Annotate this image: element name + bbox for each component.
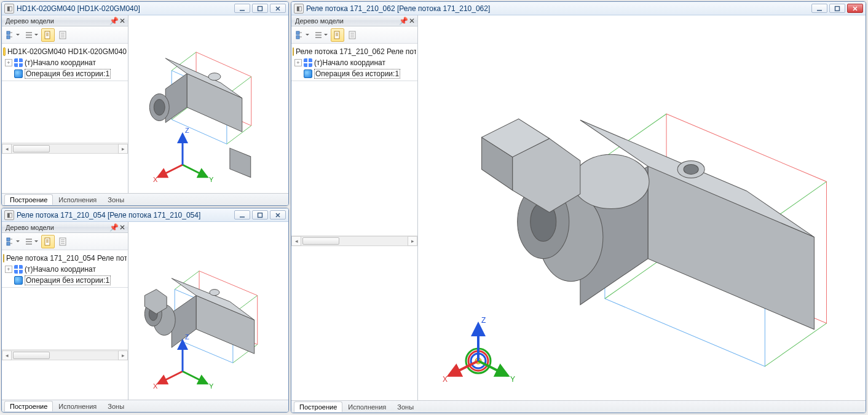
tool-tree-icon[interactable]: [4, 28, 22, 42]
tool-tree-icon[interactable]: [294, 28, 311, 42]
panel-close-icon[interactable]: ✕: [118, 17, 127, 25]
svg-rect-18: [45, 238, 50, 245]
scroll-right-icon[interactable]: ▸: [408, 236, 417, 246]
panel-close-icon[interactable]: ✕: [408, 17, 416, 25]
tree-origin[interactable]: +(т)Начало координат: [293, 57, 416, 68]
window-title: Реле потока 171_210_062 [Реле потока 171…: [306, 4, 811, 13]
viewport-3d[interactable]: X Y Z: [128, 15, 288, 193]
tab-executions[interactable]: Исполнения: [53, 194, 102, 205]
svg-rect-16: [7, 238, 10, 241]
close-button[interactable]: [847, 4, 863, 13]
tool-list-icon[interactable]: [312, 28, 329, 42]
tree-body[interactable]: Операция без истории:1: [3, 275, 127, 286]
close-button[interactable]: [270, 4, 286, 13]
pin-icon[interactable]: 📌: [109, 17, 118, 25]
tree-hscroll[interactable]: ◂ ▸: [2, 349, 128, 360]
maximize-button[interactable]: [252, 210, 268, 219]
origin-icon: [14, 58, 23, 67]
scroll-left-icon[interactable]: ◂: [2, 350, 12, 360]
scroll-right-icon[interactable]: ▸: [118, 144, 128, 154]
window-controls: [811, 4, 863, 13]
tool-sheet-icon[interactable]: [345, 28, 359, 42]
minimize-button[interactable]: [811, 4, 827, 13]
scroll-right-icon[interactable]: ▸: [118, 350, 128, 360]
content-row: Дерево модели 📌 ✕ Реле потока 171_210_06…: [291, 15, 866, 400]
svg-text:X: X: [443, 375, 448, 384]
axis-gizmo[interactable]: X Y Z: [146, 116, 219, 189]
maximize-button[interactable]: [829, 4, 845, 13]
tab-zones[interactable]: Зоны: [102, 194, 130, 205]
maximize-button[interactable]: [252, 4, 268, 13]
content-row: Дерево модели 📌 ✕ Реле потока 171_210_05…: [2, 222, 288, 400]
svg-text:Z: Z: [481, 316, 486, 325]
axis-gizmo[interactable]: X Y Z: [435, 304, 521, 390]
expand-icon[interactable]: +: [5, 59, 12, 66]
tab-executions[interactable]: Исполнения: [53, 401, 102, 411]
panel-title: Дерево модели: [6, 17, 109, 25]
svg-rect-15: [258, 213, 262, 217]
part-icon: [3, 47, 6, 56]
titlebar[interactable]: ◧ Реле потока 171_210_062 [Реле потока 1…: [291, 2, 866, 15]
body-icon: [14, 276, 23, 285]
tool-list-icon[interactable]: [23, 28, 40, 42]
viewport-3d[interactable]: X Y Z: [128, 222, 288, 400]
titlebar[interactable]: ◧ HD1K-020GM040 [HD1K-020GM040]: [2, 2, 288, 15]
tab-zones[interactable]: Зоны: [102, 401, 130, 411]
tool-tree-icon[interactable]: [4, 235, 22, 248]
scroll-thumb[interactable]: [13, 352, 50, 359]
tool-doc-icon[interactable]: [41, 235, 55, 248]
tab-build[interactable]: Построение: [294, 401, 342, 412]
expand-icon[interactable]: +: [294, 59, 302, 66]
tool-sheet-icon[interactable]: [56, 28, 69, 42]
pin-icon[interactable]: 📌: [399, 17, 408, 25]
svg-rect-17: [7, 242, 10, 245]
minimize-button[interactable]: [234, 210, 250, 219]
tree-hscroll[interactable]: ◂ ▸: [291, 235, 417, 247]
tool-doc-icon[interactable]: [331, 28, 344, 42]
scroll-thumb[interactable]: [13, 145, 50, 152]
content-row: Дерево модели 📌 ✕ HD1K-020GM040 HD1K-020…: [2, 15, 288, 193]
viewport-3d[interactable]: X Y Z: [418, 15, 866, 400]
tree-body[interactable]: Операция без истории:1: [3, 68, 127, 79]
tree-root[interactable]: Реле потока 171_210_054 Реле потока 171_…: [3, 253, 127, 264]
tree-origin[interactable]: +(т)Начало координат: [3, 264, 127, 275]
panel-header: Дерево модели 📌 ✕: [291, 15, 417, 26]
panel-title: Дерево модели: [295, 17, 399, 25]
minimize-button[interactable]: [234, 4, 250, 13]
scroll-thumb[interactable]: [302, 237, 339, 245]
tool-doc-icon[interactable]: [41, 28, 55, 42]
expand-icon[interactable]: +: [5, 266, 12, 273]
tab-executions[interactable]: Исполнения: [342, 401, 392, 412]
window-controls: [234, 210, 286, 219]
panel-close-icon[interactable]: ✕: [118, 223, 127, 232]
model-tree-panel: Дерево модели 📌 ✕ Реле потока 171_210_05…: [2, 222, 128, 400]
tab-build[interactable]: Построение: [4, 194, 53, 205]
part-icon: [293, 47, 294, 56]
tree-hscroll[interactable]: ◂ ▸: [2, 143, 128, 154]
tree-origin[interactable]: +(т)Начало координат: [3, 57, 127, 68]
scroll-left-icon[interactable]: ◂: [2, 144, 12, 154]
axis-gizmo[interactable]: X Y Z: [146, 322, 219, 396]
tool-list-icon[interactable]: [23, 235, 40, 248]
window-title: Реле потока 171_210_054 [Реле потока 171…: [17, 211, 234, 219]
mdi-window-1: ◧ HD1K-020GM040 [HD1K-020GM040] Дерево м…: [1, 1, 289, 206]
model-tree-panel: Дерево модели 📌 ✕ Реле потока 171_210_06…: [291, 15, 418, 400]
panel-header: Дерево модели 📌 ✕: [2, 222, 128, 233]
tool-sheet-icon[interactable]: [56, 235, 69, 248]
tree-root[interactable]: Реле потока 171_210_062 Реле потока 171_…: [293, 46, 416, 57]
tab-zones[interactable]: Зоны: [392, 401, 419, 412]
scroll-left-icon[interactable]: ◂: [291, 236, 301, 246]
svg-line-13: [183, 165, 207, 177]
bottom-tabs: Построение Исполнения Зоны: [291, 400, 866, 413]
axis-y-label: Y: [209, 176, 214, 183]
tree-body[interactable]: Операция без истории:1: [293, 68, 416, 79]
window-title: HD1K-020GM040 [HD1K-020GM040]: [17, 4, 234, 13]
bottom-tabs: Построение Исполнения Зоны: [2, 400, 288, 412]
tree-area: Реле потока 171_210_054 Реле потока 171_…: [2, 250, 128, 288]
tree-root[interactable]: HD1K-020GM040 HD1K-020GM040: [3, 46, 127, 57]
close-button[interactable]: [270, 210, 286, 219]
tab-build[interactable]: Построение: [4, 401, 53, 411]
titlebar[interactable]: ◧ Реле потока 171_210_054 [Реле потока 1…: [2, 208, 288, 222]
pin-icon[interactable]: 📌: [109, 223, 118, 232]
app-icon: ◧: [4, 4, 14, 14]
